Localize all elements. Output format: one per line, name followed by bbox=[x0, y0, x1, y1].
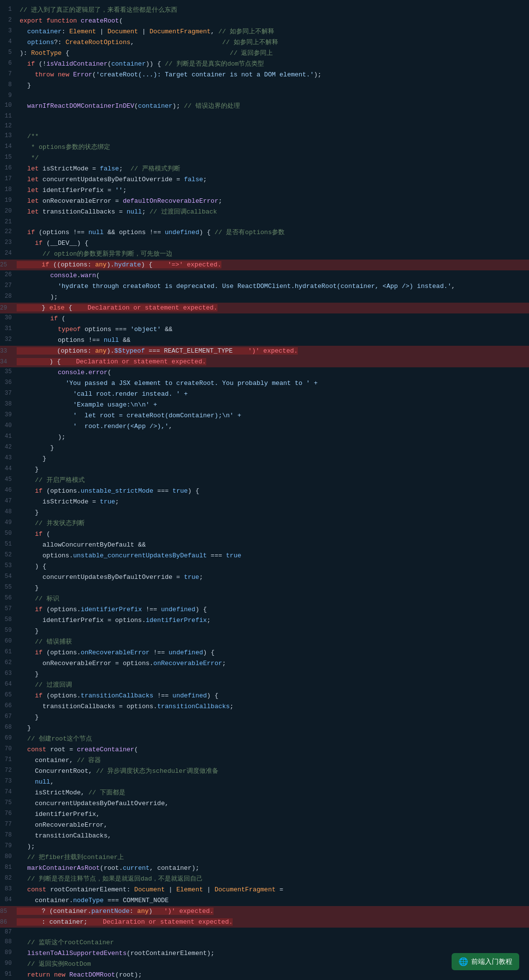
ln-38: 38 bbox=[0, 400, 18, 407]
line-60: 60 // 错误捕获 bbox=[0, 637, 529, 647]
ln-64: 64 bbox=[0, 680, 18, 688]
lc-62: onRecoverableError = options.onRecoverab… bbox=[18, 659, 529, 669]
lc-34: ) { Declaration or statement expected. bbox=[17, 358, 206, 365]
lc-65: if (options.transitionCallbacks !== unde… bbox=[18, 691, 529, 701]
watermark-label: 前端入门教程 bbox=[471, 957, 512, 966]
lc-71: container, // 容器 bbox=[18, 756, 529, 765]
ln-15: 15 bbox=[0, 153, 18, 161]
lc-10: warnIfReactDOMContainerInDEV(container);… bbox=[18, 101, 529, 111]
line-5: 5 ): RootType { // 返回参同上 bbox=[0, 48, 529, 59]
code-editor: 1 // 进入到了真正的逻辑层了，来看看这些都是什么东西 2 export fu… bbox=[0, 0, 529, 980]
line-66: 66 transitionCallbacks = options.transit… bbox=[0, 701, 529, 712]
line-49: 49 // 并发状态判断 bbox=[0, 518, 529, 529]
lc-24: // option的参数更新异常判断，可先放一边 bbox=[18, 249, 529, 259]
line-72: 72 ConcurrentRoot, // 异步调度状态为scheduler调度… bbox=[0, 766, 529, 777]
lc-19: let onRecoverableError = defaultOnRecove… bbox=[18, 196, 529, 206]
lc-32: options !== null && bbox=[18, 335, 529, 345]
ln-18: 18 bbox=[0, 186, 18, 193]
line-37: 37 'call root.render instead. ' + bbox=[0, 389, 529, 400]
line-17: 17 let concurrentUpdatesByDefaultOverrid… bbox=[0, 174, 529, 185]
line-27: 27 'hydrate through createRoot is deprec… bbox=[0, 281, 529, 292]
ln-27: 27 bbox=[0, 282, 18, 289]
lc-1: // 进入到了真正的逻辑层了，来看看这些都是什么东西 bbox=[18, 5, 529, 15]
lc-8: } bbox=[18, 81, 529, 91]
lc-23: if (__DEV__) { bbox=[18, 239, 529, 248]
lc-31: typeof options === 'object' && bbox=[18, 325, 529, 335]
lc-77: onRecoverableError, bbox=[18, 820, 529, 830]
ln-12: 12 bbox=[0, 122, 18, 129]
lc-60: // 错误捕获 bbox=[18, 637, 529, 647]
watermark: 🌐 前端入门教程 bbox=[452, 953, 519, 970]
ln-25: 25 bbox=[0, 261, 13, 268]
lc-35: console.error( bbox=[18, 368, 529, 378]
ln-1: 1 bbox=[0, 5, 18, 13]
lc-14: * options参数的状态绑定 bbox=[18, 143, 529, 152]
lc-68: } bbox=[18, 723, 529, 733]
lc-54: concurrentUpdatesByDefaultOverride = tru… bbox=[18, 573, 529, 582]
line-87: 87 bbox=[0, 928, 529, 937]
ln-87: 87 bbox=[0, 928, 18, 935]
lc-16: let isStrictMode = false; // 严格模式判断 bbox=[18, 164, 529, 174]
line-36: 36 'You passed a JSX element to createRo… bbox=[0, 378, 529, 389]
line-58: 58 identifierPrefix = options.identifier… bbox=[0, 615, 529, 626]
ln-76: 76 bbox=[0, 810, 18, 817]
line-21: 21 bbox=[0, 217, 529, 227]
ln-56: 56 bbox=[0, 594, 18, 601]
ln-61: 61 bbox=[0, 648, 18, 655]
ln-70: 70 bbox=[0, 745, 18, 752]
line-13: 13 /** bbox=[0, 131, 529, 142]
ln-48: 48 bbox=[0, 508, 18, 515]
ln-19: 19 bbox=[0, 196, 18, 204]
line-15: 15 */ bbox=[0, 153, 529, 164]
lc-47: isStrictMode = true; bbox=[18, 497, 529, 507]
lc-45: // 开启严格模式 bbox=[18, 476, 529, 485]
ln-30: 30 bbox=[0, 314, 18, 321]
lc-39: ' let root = createRoot(domContainer);\n… bbox=[18, 411, 529, 421]
ln-73: 73 bbox=[0, 777, 18, 785]
lc-50: if ( bbox=[18, 529, 529, 539]
ln-5: 5 bbox=[0, 48, 18, 56]
ln-44: 44 bbox=[0, 465, 18, 472]
lc-41: ); bbox=[18, 432, 529, 442]
line-64: 64 // 过渡回调 bbox=[0, 680, 529, 691]
lc-46: if (options.unstable_strictMode === true… bbox=[18, 486, 529, 496]
ln-91: 91 bbox=[0, 970, 18, 978]
ln-83: 83 bbox=[0, 885, 18, 892]
line-70: 70 const root = createContainer( bbox=[0, 744, 529, 755]
lc-63: } bbox=[18, 669, 529, 679]
ln-41: 41 bbox=[0, 432, 18, 440]
line-34: 34 ) { Declaration or statement expected… bbox=[0, 357, 529, 367]
lc-15: */ bbox=[18, 153, 529, 163]
ln-51: 51 bbox=[0, 540, 18, 548]
ln-4: 4 bbox=[0, 38, 18, 45]
ln-85: 85 bbox=[0, 908, 13, 915]
ln-36: 36 bbox=[0, 379, 18, 386]
line-31: 31 typeof options === 'object' && bbox=[0, 324, 529, 335]
line-54: 54 concurrentUpdatesByDefaultOverride = … bbox=[0, 572, 529, 583]
ln-50: 50 bbox=[0, 529, 18, 537]
line-47: 47 isStrictMode = true; bbox=[0, 497, 529, 507]
lc-13: /** bbox=[18, 132, 529, 142]
lc-51: allowConcurrentByDefault && bbox=[18, 540, 529, 550]
lc-66: transitionCallbacks = options.transition… bbox=[18, 702, 529, 712]
ln-66: 66 bbox=[0, 702, 18, 709]
line-55: 55 } bbox=[0, 583, 529, 594]
line-7: 7 throw new Error('createRoot(...): Targ… bbox=[0, 70, 529, 80]
line-10: 10 warnIfReactDOMContainerInDEV(containe… bbox=[0, 101, 529, 112]
lc-22: if (options !== null && options !== unde… bbox=[18, 228, 529, 238]
lc-6: if (!isValidContainer(container)) { // 判… bbox=[18, 59, 529, 69]
line-67: 67 } bbox=[0, 712, 529, 723]
ln-79: 79 bbox=[0, 842, 18, 849]
ln-20: 20 bbox=[0, 207, 18, 215]
ln-2: 2 bbox=[0, 16, 18, 24]
line-28: 28 ); bbox=[0, 292, 529, 303]
ln-29: 29 bbox=[0, 304, 13, 311]
line-14: 14 * options参数的状态绑定 bbox=[0, 142, 529, 153]
line-73: 73 null, bbox=[0, 777, 529, 788]
lc-83: const rootContainerElement: Document | E… bbox=[18, 885, 529, 895]
ln-81: 81 bbox=[0, 863, 18, 871]
ln-8: 8 bbox=[0, 81, 18, 88]
line-42: 42 } bbox=[0, 443, 529, 454]
line-24: 24 // option的参数更新异常判断，可先放一边 bbox=[0, 249, 529, 260]
line-51: 51 allowConcurrentByDefault && bbox=[0, 540, 529, 550]
